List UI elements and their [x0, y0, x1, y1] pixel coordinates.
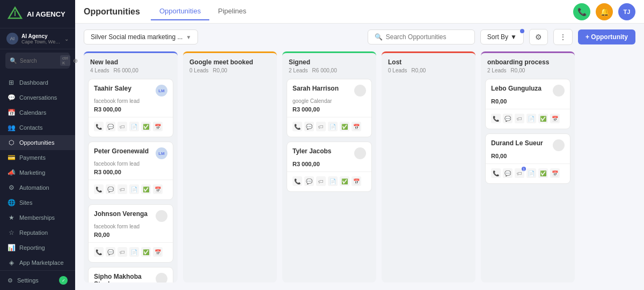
search-opportunities-box[interactable]: 🔍	[368, 29, 475, 44]
sidebar-item-contacts[interactable]: 👥 Contacts	[0, 120, 75, 135]
message-icon[interactable]: 💬	[304, 176, 314, 186]
search-opportunities-input[interactable]	[386, 33, 466, 41]
card-tyler-jacobs[interactable]: Tyler Jacobs R3 000,00 📞 💬 🏷 📄 ✅ 📅	[287, 142, 372, 192]
settings-label: Settings	[17, 277, 39, 284]
sidebar-item-payments[interactable]: 💳 Payments	[0, 150, 75, 165]
call-icon[interactable]: 📞	[94, 247, 104, 257]
message-icon[interactable]: 💬	[304, 122, 314, 131]
call-icon[interactable]: 📞	[292, 122, 302, 131]
document-icon[interactable]: 📄	[526, 168, 536, 178]
document-icon[interactable]: 📄	[328, 176, 338, 186]
call-icon[interactable]: 📞	[292, 176, 302, 186]
message-icon[interactable]: 💬	[503, 168, 513, 178]
conversations-icon: 💬	[8, 94, 15, 101]
col-title: New lead	[90, 58, 171, 66]
sidebar-nav: ⊞ Dashboard 💬 Conversations 📅 Calendars …	[0, 72, 75, 270]
calendar-icon[interactable]: 📅	[550, 114, 560, 123]
tag-icon[interactable]: 🏷1	[515, 168, 524, 178]
filter-button[interactable]: ⚙	[529, 29, 548, 45]
automation-icon: ⚙	[8, 184, 15, 191]
col-cards-onboarding: Lebo Gunguluza R0,00 📞 💬 🏷 📄 ✅ 📅	[481, 77, 575, 188]
user-avatar[interactable]: TJ	[618, 3, 635, 20]
calendar-icon[interactable]: 📅	[153, 122, 163, 131]
card-taahir-saley[interactable]: Taahir Saley LM facebook form lead R3 00…	[88, 79, 173, 137]
sidebar-item-marketplace[interactable]: ◈ App Marketplace	[0, 255, 75, 270]
sidebar-item-marketing[interactable]: 📣 Marketing	[0, 165, 75, 180]
phone-button[interactable]: 📞	[573, 3, 590, 20]
opportunities-icon: ⬡	[8, 139, 15, 146]
document-icon[interactable]: 📄	[129, 184, 139, 194]
sidebar-item-reputation[interactable]: ☆ Reputation	[0, 225, 75, 240]
card-peter-groenewald[interactable]: Peter Groenewald LM facebook form lead R…	[88, 142, 173, 200]
leads-count: 0 Leads	[189, 68, 209, 73]
sidebar-item-calendars[interactable]: 📅 Calendars	[0, 105, 75, 120]
task-icon[interactable]: ✅	[141, 122, 151, 131]
task-icon[interactable]: ✅	[141, 184, 151, 194]
reporting-icon: 📊	[8, 244, 15, 251]
sidebar: AI AGENCY AI AI Agency Cape Town, Wester…	[0, 0, 75, 290]
message-icon[interactable]: 💬	[106, 122, 115, 131]
sidebar-item-dashboard[interactable]: ⊞ Dashboard	[0, 75, 75, 90]
account-switcher[interactable]: AI AI Agency Cape Town, Western ... ⌄	[0, 28, 75, 49]
tag-icon[interactable]: 🏷	[515, 114, 524, 123]
card-amount: R3 000,00	[94, 169, 167, 175]
call-icon[interactable]: 📞	[94, 122, 104, 131]
sidebar-item-sites[interactable]: 🌐 Sites	[0, 195, 75, 210]
tag-icon[interactable]: 🏷	[118, 247, 127, 257]
tab-opportunities[interactable]: Opportunities	[151, 3, 209, 20]
logo-icon	[8, 6, 23, 21]
card-sarah-harrison[interactable]: Sarah Harrison google Calendar R3 000,00…	[287, 79, 372, 137]
more-options-button[interactable]: ⋮	[553, 29, 573, 45]
account-info: AI Agency Cape Town, Western ...	[21, 33, 61, 44]
sidebar-search-box[interactable]: 🔍 ctrl K ⊕	[5, 53, 70, 69]
task-icon[interactable]: ✅	[141, 247, 151, 257]
tag-icon[interactable]: 🏷	[118, 184, 127, 194]
task-icon[interactable]: ✅	[538, 114, 548, 123]
sidebar-item-automation[interactable]: ⚙ Automation	[0, 180, 75, 195]
tab-pipelines[interactable]: Pipelines	[209, 3, 255, 20]
message-icon[interactable]: 💬	[106, 247, 115, 257]
calendar-icon[interactable]: 📅	[153, 247, 163, 257]
document-icon[interactable]: 📄	[129, 247, 139, 257]
card-sipho-makhoba[interactable]: Sipho Makhoba Stephen R0,00 📞 💬 🏷 📄 ✅ 📅	[88, 267, 173, 282]
sidebar-item-opportunities[interactable]: ⬡ Opportunities	[0, 135, 75, 150]
settings-nav-item[interactable]: ⚙ Settings ✓	[0, 270, 75, 290]
pipeline-select[interactable]: Silver Social media marketing ... ▼	[84, 29, 198, 44]
document-icon[interactable]: 📄	[129, 122, 139, 131]
calendar-icon[interactable]: 📅	[352, 176, 361, 186]
card-name: Durand Le Sueur	[491, 139, 543, 147]
notification-button[interactable]: 🔔	[596, 3, 613, 20]
card-lebo-gunguluza[interactable]: Lebo Gunguluza R0,00 📞 💬 🏷 📄 ✅ 📅	[485, 79, 570, 129]
card-source: facebook form lead	[94, 161, 167, 167]
task-icon[interactable]: ✅	[538, 168, 548, 178]
document-icon[interactable]: 📄	[526, 114, 536, 123]
message-icon[interactable]: 💬	[106, 184, 115, 194]
kanban-board: New lead 4 Leads R6 000,00 Taahir Saley …	[84, 51, 635, 285]
task-icon[interactable]: ✅	[340, 176, 349, 186]
calendar-icon[interactable]: 📅	[550, 168, 560, 178]
card-avatar	[553, 139, 565, 151]
column-google-meet: Google meet booked 0 Leads R0,00	[183, 51, 277, 282]
card-johnson-verenga[interactable]: Johnson Verenga facebook form lead R0,00…	[88, 204, 173, 263]
call-icon[interactable]: 📞	[491, 114, 501, 123]
task-icon[interactable]: ✅	[340, 122, 349, 131]
calendar-icon[interactable]: 📅	[352, 122, 361, 131]
call-icon[interactable]: 📞	[491, 168, 501, 178]
call-icon[interactable]: 📞	[94, 184, 104, 194]
sort-button[interactable]: Sort By ▼	[480, 29, 524, 44]
document-icon[interactable]: 📄	[328, 122, 338, 131]
sidebar-search-input[interactable]	[20, 58, 57, 64]
sidebar-item-reporting[interactable]: 📊 Reporting	[0, 240, 75, 255]
sidebar-item-label: Contacts	[19, 124, 42, 131]
tag-icon[interactable]: 🏷	[316, 122, 326, 131]
sidebar-item-memberships[interactable]: ★ Memberships	[0, 210, 75, 225]
tag-icon[interactable]: 🏷	[118, 122, 127, 131]
search-kbd: ctrl K	[60, 55, 70, 66]
sidebar-item-conversations[interactable]: 💬 Conversations	[0, 90, 75, 105]
card-durand-le-sueur[interactable]: Durand Le Sueur R0,00 📞 💬 🏷1 📄 ✅ 📅	[485, 133, 570, 184]
tag-icon[interactable]: 🏷	[316, 176, 326, 186]
message-icon[interactable]: 💬	[503, 114, 513, 123]
add-opportunity-button[interactable]: + Opportunity	[578, 29, 635, 44]
calendar-icon[interactable]: 📅	[153, 184, 163, 194]
card-amount: R3 000,00	[292, 161, 366, 167]
